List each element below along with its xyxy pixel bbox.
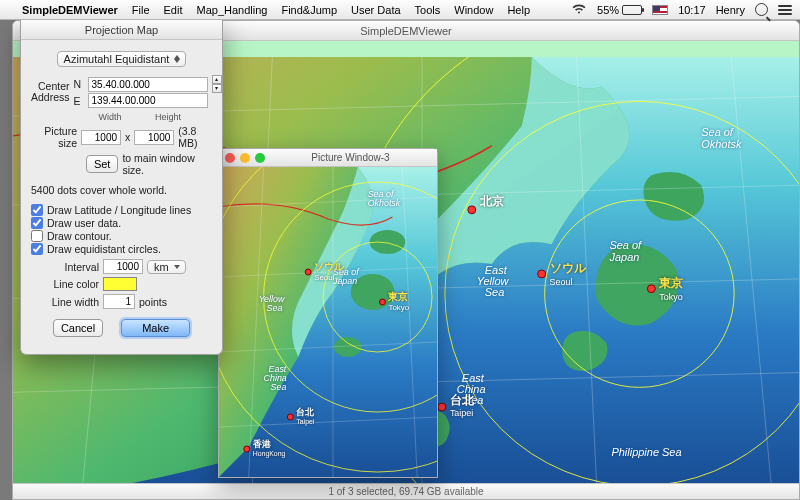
clock[interactable]: 10:17	[678, 4, 706, 16]
picture-window-titlebar[interactable]: Picture Window-3	[219, 149, 437, 167]
cb-userdata[interactable]	[31, 217, 43, 229]
cb-contour[interactable]	[31, 230, 43, 242]
projection-map-dialog: Projection Map Azimutahl Equidistant Cen…	[20, 20, 223, 355]
menu-edit[interactable]: Edit	[164, 4, 183, 16]
city-taipei: Taipei	[450, 408, 473, 418]
picture-window-title: Picture Window-3	[270, 152, 431, 163]
line-width-unit: points	[139, 296, 167, 308]
cb-contour-label: Draw contour.	[47, 230, 112, 242]
picture-window-canvas[interactable]: Sea ofOkhotsk Sea ofJapan YellowSea East…	[219, 167, 437, 477]
svg-text:Taipei: Taipei	[296, 418, 315, 426]
philippine-sea-label: Philippine Sea	[611, 446, 681, 458]
sea-of-japan-label: Sea of	[609, 239, 642, 251]
svg-point-16	[334, 337, 362, 357]
city-tokyo-cjk: 東京	[658, 276, 683, 290]
notification-center-icon[interactable]	[778, 5, 792, 15]
menubar-status-area: 55% 10:17 Henry	[571, 3, 792, 17]
center-address-label: CenterAddress	[31, 81, 70, 103]
menu-find-jump[interactable]: Find&Jump	[281, 4, 337, 16]
svg-point-11	[438, 403, 446, 411]
battery-indicator[interactable]: 55%	[597, 4, 642, 16]
line-color-swatch[interactable]	[103, 277, 137, 291]
wifi-icon[interactable]	[571, 3, 587, 17]
dots-note: 5400 dots cover whole world.	[31, 184, 212, 196]
center-lon-field[interactable]	[88, 93, 208, 108]
city-tokyo: Tokyo	[659, 292, 682, 302]
app-menu[interactable]: SimpleDEMViewer	[22, 4, 118, 16]
svg-text:台北: 台北	[296, 407, 315, 417]
menu-tools[interactable]: Tools	[415, 4, 441, 16]
menu-user-data[interactable]: User Data	[351, 4, 401, 16]
menu-map-handling[interactable]: Map_Handling	[196, 4, 267, 16]
cb-userdata-label: Draw user data.	[47, 217, 121, 229]
svg-text:HongKong: HongKong	[253, 450, 286, 458]
width-label: Width	[90, 112, 130, 122]
status-bar: 1 of 3 selected, 69.74 GB available	[13, 483, 799, 499]
spotlight-icon[interactable]	[755, 3, 768, 16]
close-icon[interactable]	[225, 153, 235, 163]
width-field[interactable]	[81, 130, 121, 145]
svg-text:Sea ofJapan: Sea ofJapan	[608, 239, 642, 263]
svg-text:ソウル: ソウル	[314, 261, 345, 272]
interval-unit-select[interactable]: km	[147, 260, 186, 274]
zoom-icon[interactable]	[255, 153, 265, 163]
svg-point-24	[305, 269, 311, 275]
projection-select[interactable]: Azimutahl Equidistant	[57, 51, 187, 67]
svg-point-9	[538, 270, 546, 278]
user-menu[interactable]: Henry	[716, 4, 745, 16]
svg-point-10	[647, 285, 655, 293]
sea-of-okhotsk-label: Sea of	[701, 126, 734, 138]
menu-help[interactable]: Help	[507, 4, 530, 16]
cb-circles-label: Draw equidistant circles.	[47, 243, 161, 255]
set-hint: to main window size.	[122, 152, 212, 176]
height-label: Height	[148, 112, 188, 122]
line-width-field[interactable]	[103, 294, 135, 309]
svg-text:Seoul: Seoul	[314, 273, 334, 282]
input-source-flag-icon[interactable]	[652, 5, 668, 15]
height-field[interactable]	[134, 130, 174, 145]
svg-text:香港: 香港	[252, 439, 272, 449]
cb-latlon[interactable]	[31, 204, 43, 216]
center-lat-field[interactable]	[88, 77, 208, 92]
menu-window[interactable]: Window	[454, 4, 493, 16]
svg-text:Tokyo: Tokyo	[388, 303, 409, 312]
svg-point-27	[380, 299, 386, 305]
svg-point-30	[287, 414, 293, 420]
make-button[interactable]: Make	[121, 319, 190, 337]
line-width-label: Line width	[47, 296, 99, 308]
menubar: SimpleDEMViewer File Edit Map_Handling F…	[0, 0, 800, 20]
svg-point-8	[468, 206, 476, 214]
lon-prefix: E	[74, 95, 84, 107]
cb-latlon-label: Draw Latitude / Longitude lines	[47, 204, 191, 216]
menu-file[interactable]: File	[132, 4, 150, 16]
cb-circles[interactable]	[31, 243, 43, 255]
cancel-button[interactable]: Cancel	[53, 319, 103, 337]
line-color-label: Line color	[47, 278, 99, 290]
city-seoul-cjk: ソウル	[550, 261, 587, 275]
lat-prefix: N	[74, 78, 84, 90]
dialog-title: Projection Map	[21, 20, 222, 40]
battery-pct: 55%	[597, 4, 619, 16]
svg-text:東京: 東京	[387, 291, 408, 302]
city-seoul: Seoul	[550, 277, 573, 287]
svg-point-33	[244, 446, 250, 452]
city-taipei-cjk: 台北	[450, 393, 475, 407]
set-button[interactable]: Set	[86, 155, 119, 173]
size-memo: (3.8 MB)	[178, 125, 212, 149]
center-stepper[interactable]: ▴▾	[212, 75, 222, 93]
picture-window[interactable]: Picture Window-3 Sea ofOkhotsk Sea ofJap…	[218, 148, 438, 478]
minimize-icon[interactable]	[240, 153, 250, 163]
interval-field[interactable]	[103, 259, 143, 274]
city-beijing: 北京	[479, 194, 504, 208]
interval-label: Interval	[47, 261, 99, 273]
picture-size-label: Picture size	[31, 125, 77, 149]
